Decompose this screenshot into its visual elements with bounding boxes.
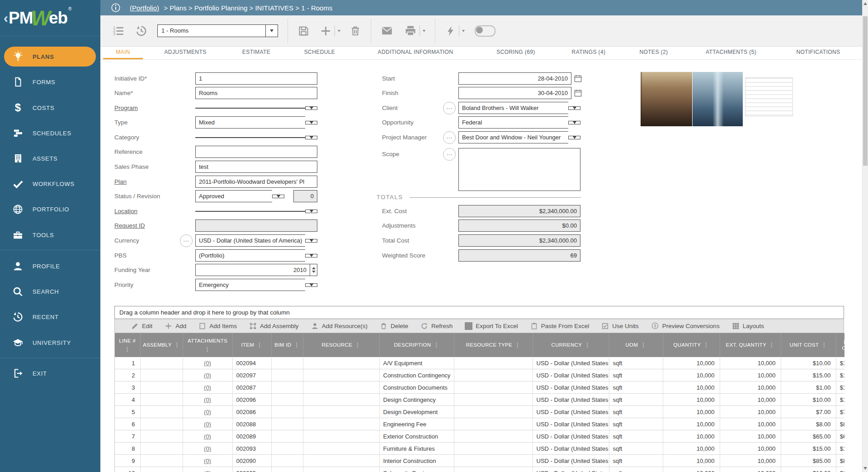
tab-scoring[interactable]: SCORING (69) — [493, 47, 538, 58]
sidebar-item-recent[interactable]: RECENT — [0, 304, 100, 329]
column-menu-icon[interactable]: ⋮ — [515, 342, 520, 348]
tab-main[interactable]: MAIN — [103, 47, 143, 59]
add-options-caret-icon[interactable] — [338, 30, 340, 32]
cell-item[interactable]: 002089 — [232, 430, 271, 443]
attachments-link[interactable]: (0) — [204, 433, 211, 440]
cell-currency[interactable]: USD - Dollar (United States of America) — [533, 467, 609, 472]
plan-label-link[interactable]: Plan — [114, 176, 127, 188]
table-row[interactable]: 3 (0) 002087 Construction Documents USD … — [115, 381, 844, 394]
start-date-field[interactable] — [458, 72, 571, 85]
cell-assembly[interactable] — [140, 394, 183, 406]
table-row[interactable]: 1 (0) 002094 A/V Equipment USD - Dollar … — [115, 357, 844, 369]
project-manager-dropdown[interactable]: Best Door and Window - Neil Younger — [458, 131, 580, 143]
name-field[interactable] — [195, 87, 317, 99]
pmweb-logo[interactable]: ‹ PM W eb ® — [0, 0, 100, 36]
funding-year-stepper[interactable] — [310, 264, 317, 276]
cell-ext-quantity[interactable]: 10,000 — [720, 455, 781, 467]
layouts-button[interactable]: Layouts — [732, 322, 764, 330]
finish-date-field[interactable] — [458, 87, 571, 99]
chevron-down-icon[interactable] — [305, 254, 317, 257]
cell-bim-id[interactable] — [271, 443, 303, 455]
record-list-icon[interactable]: 123 — [112, 25, 124, 37]
cell-item[interactable]: 002097 — [232, 369, 271, 381]
column-header-assembly[interactable]: ASSEMBLY⋮ — [140, 333, 183, 357]
export-to-excel-button[interactable]: X Export To Excel — [465, 322, 518, 330]
cell-ext-quantity[interactable]: 10,000 — [720, 406, 781, 418]
cell-description[interactable]: Design Development — [379, 406, 454, 418]
cell-item[interactable]: 002095 — [232, 467, 271, 472]
column-header-quantity[interactable]: QUANTITY⋮ — [663, 333, 720, 357]
print-button[interactable] — [404, 24, 425, 37]
cell-description[interactable]: A/V Equipment — [379, 357, 454, 369]
cell-ext-quantity[interactable]: 10,000 — [720, 443, 781, 455]
funding-year-field[interactable] — [195, 264, 310, 276]
currency-dropdown[interactable]: USD - Dollar (United States of America) — [195, 234, 317, 247]
sidebar-item-exit[interactable]: EXIT — [0, 361, 100, 386]
chevron-down-icon[interactable] — [305, 283, 317, 287]
cell-currency[interactable]: USD - Dollar (United States of America) — [533, 418, 609, 430]
add-record-button[interactable] — [320, 25, 340, 37]
cell-currency[interactable]: USD - Dollar (United States of America) — [533, 443, 609, 455]
cell-uom[interactable]: sqft — [609, 357, 663, 369]
chevron-down-icon[interactable] — [568, 136, 580, 139]
column-menu-icon[interactable]: ⋮ — [769, 342, 774, 348]
cell-quantity[interactable]: 10,000 — [663, 467, 720, 472]
cell-assembly[interactable] — [140, 455, 183, 467]
column-header-bim-id[interactable]: BIM ID⋮ — [271, 333, 303, 357]
use-units-checkbox[interactable]: Use Units — [601, 322, 639, 330]
priority-dropdown[interactable]: Emergency — [195, 279, 317, 291]
type-dropdown[interactable]: Mixed — [195, 116, 317, 129]
program-dropdown[interactable] — [195, 102, 317, 114]
cell-description[interactable]: Construction Contingency — [379, 369, 454, 381]
cell-resource-type[interactable] — [454, 381, 533, 394]
table-row[interactable]: 6 (0) 002088 Engineering Fee USD - Dolla… — [115, 418, 844, 430]
chevron-down-icon[interactable] — [265, 25, 278, 37]
attachments-link[interactable]: (0) — [204, 421, 211, 428]
cell-currency[interactable]: USD - Dollar (United States of America) — [533, 455, 609, 467]
scope-ellipsis-button[interactable]: ⋯ — [443, 148, 456, 161]
tab-schedule[interactable]: SCHEDULE — [301, 47, 339, 58]
column-menu-icon[interactable]: ⋮ — [294, 342, 299, 348]
tab-adjustments[interactable]: ADJUSTMENTS — [160, 47, 210, 58]
cell-assembly[interactable] — [140, 430, 183, 443]
cell-resource-type[interactable] — [454, 455, 533, 467]
cell-bim-id[interactable] — [271, 455, 303, 467]
cell-resource[interactable] — [303, 455, 379, 467]
cell-resource-type[interactable] — [454, 443, 533, 455]
column-header-currency[interactable]: CURRENCY⋮ — [533, 333, 609, 357]
cell-resource-type[interactable] — [454, 357, 533, 369]
currency-ellipsis-button[interactable]: ⋯ — [180, 234, 193, 247]
sidebar-item-costs[interactable]: $ COSTS — [0, 95, 100, 120]
group-by-drop-zone[interactable]: Drag a column header and drop it here to… — [114, 306, 844, 319]
program-label-link[interactable]: Program — [114, 102, 138, 114]
column-menu-icon[interactable]: ⋮ — [205, 347, 210, 353]
cell-quantity[interactable]: 10,000 — [663, 455, 720, 467]
tab-notes[interactable]: NOTES (2) — [636, 47, 672, 58]
location-dropdown[interactable] — [195, 205, 317, 217]
cell-quantity[interactable]: 10,000 — [663, 430, 720, 443]
cell-unit-cost[interactable]: $8.00 — [781, 418, 836, 430]
attachments-link[interactable]: (0) — [204, 470, 211, 472]
cell-resource[interactable] — [303, 381, 379, 394]
cell-quantity[interactable]: 10,000 — [663, 394, 720, 406]
cell-description[interactable]: Exterior Construction — [379, 430, 454, 443]
column-header-description[interactable]: DESCRIPTION⋮ — [379, 333, 454, 357]
sidebar-item-workflows[interactable]: WORKFLOWS — [0, 171, 100, 196]
cell-resource-type[interactable] — [454, 369, 533, 381]
actions-button[interactable] — [445, 25, 465, 37]
sidebar-item-schedules[interactable]: SCHEDULES — [0, 120, 100, 146]
cell-ext-cost[interactable]: $80,00 — [836, 418, 844, 430]
cell-item[interactable]: 002094 — [232, 357, 271, 369]
cell-ext-cost[interactable]: $150,0 — [836, 443, 844, 455]
cell-assembly[interactable] — [140, 418, 183, 430]
cell-unit-cost[interactable]: $15.00 — [781, 369, 836, 381]
location-label-link[interactable]: Location — [114, 205, 137, 217]
cell-unit-cost[interactable]: $7.00 — [781, 406, 836, 418]
scroll-down-arrow-icon[interactable] — [863, 467, 867, 470]
tab-estimate[interactable]: ESTIMATE — [239, 47, 274, 58]
chevron-down-icon[interactable] — [305, 121, 317, 124]
cell-description[interactable]: Engineering Fee — [379, 418, 454, 430]
chevron-down-icon[interactable] — [568, 121, 580, 124]
tab-attachments[interactable]: ATTACHMENTS (5) — [702, 47, 760, 58]
cell-ext-quantity[interactable]: 10,000 — [720, 467, 781, 472]
